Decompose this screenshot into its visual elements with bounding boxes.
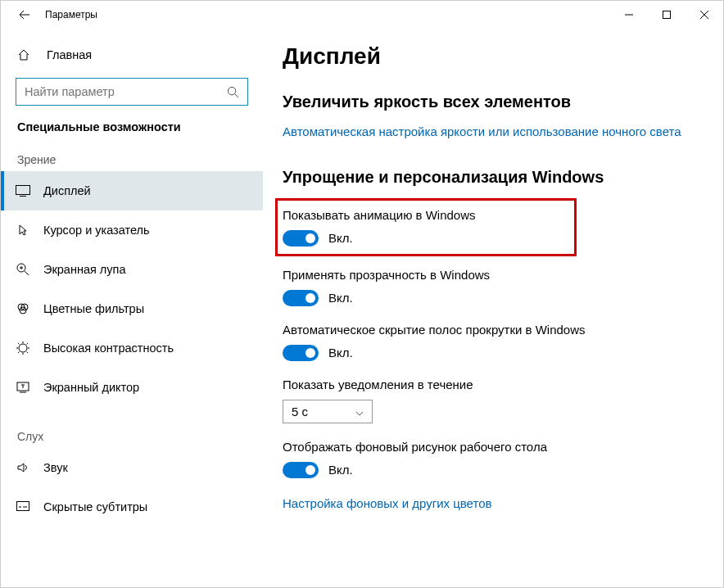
toggle-scroll-row: Вкл.: [283, 345, 704, 361]
toggle-scroll[interactable]: [283, 345, 319, 361]
window-controls: [610, 1, 723, 29]
high-contrast-icon: [14, 341, 32, 355]
highlighted-setting: Показывать анимацию в Windows Вкл.: [275, 198, 577, 256]
back-button[interactable]: [7, 1, 42, 29]
toggle-transp-state: Вкл.: [328, 291, 353, 305]
sidebar-item-label: Экранная лупа: [43, 263, 125, 276]
svg-point-15: [19, 344, 27, 352]
titlebar: Параметры: [1, 1, 723, 29]
minimize-button[interactable]: [610, 1, 648, 29]
toggle-transp[interactable]: [283, 290, 319, 306]
svg-rect-6: [16, 186, 30, 195]
svg-line-5: [235, 93, 238, 97]
back-arrow-icon: [19, 9, 30, 20]
captions-icon: [14, 501, 32, 513]
svg-rect-28: [17, 502, 29, 511]
sidebar-item-label: Скрытые субтитры: [43, 500, 147, 513]
maximize-button[interactable]: [648, 1, 686, 29]
sidebar-item-label: Звук: [43, 461, 68, 474]
setting-scrollbars: Автоматическое скрытие полос прокрутки в…: [283, 323, 704, 361]
sidebar: Главная Специальные возможности Зрение Д…: [1, 29, 263, 587]
window-title: Параметры: [45, 9, 97, 20]
sidebar-item-captions[interactable]: Скрытые субтитры: [1, 487, 263, 527]
page-title: Дисплей: [283, 43, 704, 70]
search-input[interactable]: [25, 85, 227, 98]
sidebar-item-label: Высокая контрастность: [43, 341, 174, 355]
layout: Главная Специальные возможности Зрение Д…: [1, 29, 723, 587]
toggle-wallpaper-row: Вкл.: [283, 462, 704, 478]
colors-link[interactable]: Настройка фоновых и других цветов: [283, 495, 704, 513]
notif-value: 5 с: [292, 405, 308, 418]
narrator-icon: [14, 381, 32, 394]
audio-icon: [14, 461, 32, 474]
toggle-anim[interactable]: [283, 230, 319, 247]
close-button[interactable]: [686, 1, 723, 29]
toggle-wallpaper[interactable]: [283, 462, 319, 478]
svg-rect-1: [663, 11, 671, 19]
home-label: Главная: [47, 48, 92, 61]
group-hearing-label: Слух: [1, 430, 263, 443]
sidebar-item-high-contrast[interactable]: Высокая контрастность: [1, 328, 263, 368]
toggle-scroll-label: Автоматическое скрытие полос прокрутки в…: [283, 323, 704, 337]
toggle-anim-row: Вкл.: [283, 230, 476, 247]
display-icon: [14, 185, 32, 197]
svg-line-9: [25, 271, 29, 275]
toggle-transp-row: Вкл.: [283, 290, 704, 306]
main-content: Дисплей Увеличить яркость всех элементов…: [263, 29, 723, 587]
close-icon: [700, 11, 708, 19]
minimize-icon: [625, 11, 633, 19]
svg-line-23: [27, 343, 29, 345]
svg-line-21: [27, 352, 29, 354]
setting-wallpaper: Отображать фоновый рисунок рабочего стол…: [283, 440, 704, 478]
search-icon: [227, 86, 239, 98]
home-link[interactable]: Главная: [1, 40, 263, 70]
category-label: Специальные возможности: [1, 120, 263, 133]
setting-transparency: Применять прозрачность в Windows Вкл.: [283, 268, 704, 306]
sidebar-item-magnifier[interactable]: Экранная лупа: [1, 250, 263, 289]
brightness-link[interactable]: Автоматическая настройка яркости или исп…: [283, 123, 704, 142]
svg-line-20: [18, 343, 20, 345]
notif-label: Показать уведомления в течение: [283, 378, 704, 391]
section-simplify: Упрощение и персонализация Windows: [283, 168, 704, 187]
sidebar-item-label: Цветные фильтры: [43, 302, 144, 315]
toggle-scroll-state: Вкл.: [328, 346, 353, 360]
search-box[interactable]: [16, 78, 248, 106]
cursor-icon: [14, 224, 32, 237]
color-filters-icon: [14, 302, 32, 315]
sidebar-item-color-filters[interactable]: Цветные фильтры: [1, 289, 263, 328]
toggle-wallpaper-label: Отображать фоновый рисунок рабочего стол…: [283, 440, 704, 454]
magnifier-icon: [14, 263, 32, 276]
home-icon: [17, 48, 35, 61]
toggle-anim-label: Показывать анимацию в Windows: [283, 208, 476, 222]
svg-line-22: [18, 352, 20, 354]
toggle-transp-label: Применять прозрачность в Windows: [283, 268, 704, 282]
group-vision-label: Зрение: [1, 153, 263, 166]
sidebar-item-cursor[interactable]: Курсор и указатель: [1, 210, 263, 250]
section-brightness: Увеличить яркость всех элементов: [283, 93, 704, 111]
sidebar-item-label: Дисплей: [43, 184, 91, 197]
sidebar-item-label: Экранный диктор: [43, 381, 139, 394]
toggle-anim-state: Вкл.: [328, 231, 353, 245]
sidebar-item-narrator[interactable]: Экранный диктор: [1, 368, 263, 407]
sidebar-item-audio[interactable]: Звук: [1, 448, 263, 487]
chevron-down-icon: [355, 405, 364, 418]
notif-select[interactable]: 5 с: [283, 400, 373, 423]
maximize-icon: [663, 11, 671, 19]
toggle-wallpaper-state: Вкл.: [328, 463, 353, 477]
sidebar-item-display[interactable]: Дисплей: [1, 171, 263, 210]
svg-point-4: [228, 87, 235, 94]
sidebar-item-label: Курсор и указатель: [43, 224, 150, 237]
